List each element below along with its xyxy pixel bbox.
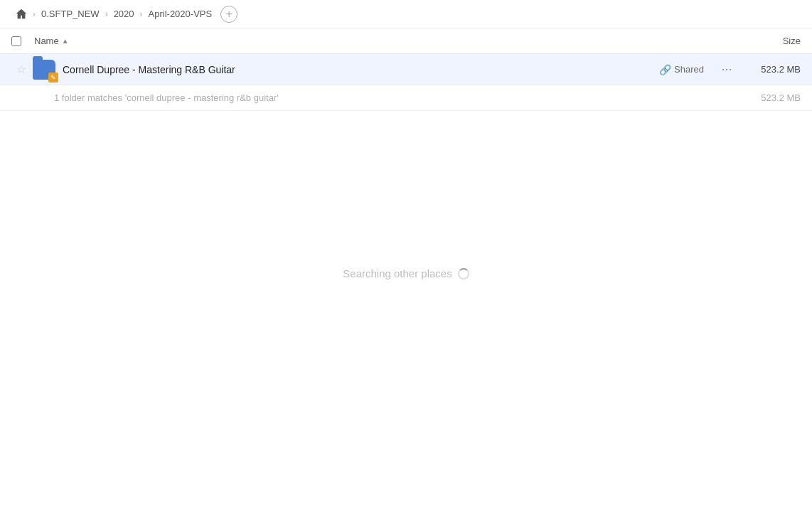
link-icon: 🔗 — [659, 64, 671, 75]
separator-3: › — [140, 9, 143, 19]
breadcrumb-april[interactable]: April-2020-VPS — [144, 7, 217, 21]
breadcrumb-sftp[interactable]: 0.SFTP_NEW — [37, 7, 104, 21]
file-row[interactable]: ☆ ✎ Cornell Dupree - Mastering R&B Guita… — [0, 54, 812, 85]
star-icon[interactable]: ☆ — [11, 63, 31, 76]
shared-status: 🔗 Shared — [659, 64, 704, 75]
match-info-text: 1 folder matches 'cornell dupree - maste… — [54, 92, 744, 103]
folder-icon: ✎ — [31, 57, 57, 82]
sort-arrow-icon: ▲ — [62, 37, 69, 45]
home-button[interactable] — [11, 4, 31, 24]
searching-container: Searching other places — [0, 267, 812, 279]
match-info-size: 523.2 MB — [744, 92, 801, 103]
loading-spinner — [458, 268, 469, 279]
column-headers: Name ▲ Size — [0, 28, 812, 54]
select-all-checkbox-container[interactable] — [11, 36, 34, 46]
folder-pen-icon: ✎ — [48, 73, 58, 82]
file-size: 523.2 MB — [744, 64, 801, 75]
separator-2: › — [105, 9, 108, 19]
more-options-button[interactable]: ··· — [715, 62, 738, 77]
size-column-header: Size — [730, 36, 801, 46]
file-name: Cornell Dupree - Mastering R&B Guitar — [63, 64, 659, 75]
searching-text: Searching other places — [343, 267, 452, 279]
add-breadcrumb-button[interactable]: + — [220, 6, 237, 23]
breadcrumb-bar: › 0.SFTP_NEW › 2020 › April-2020-VPS + — [0, 0, 812, 28]
name-column-header[interactable]: Name ▲ — [34, 36, 730, 46]
separator-1: › — [33, 9, 36, 19]
breadcrumb-2020[interactable]: 2020 — [109, 7, 139, 21]
select-all-checkbox[interactable] — [11, 36, 21, 46]
match-info-row: 1 folder matches 'cornell dupree - maste… — [0, 85, 812, 111]
